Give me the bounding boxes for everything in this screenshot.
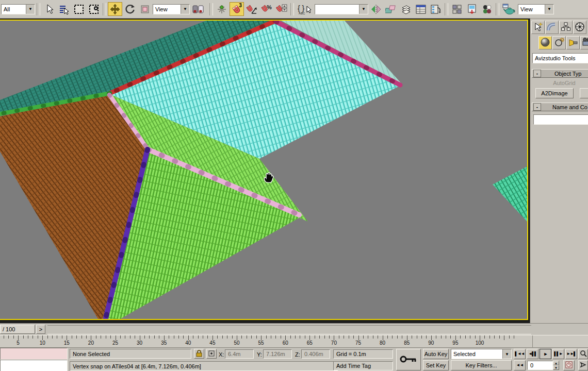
z-coordinate-field[interactable]: 0.406m bbox=[301, 349, 330, 359]
ruler-tick[interactable] bbox=[183, 335, 184, 339]
ruler-tick[interactable] bbox=[499, 335, 500, 339]
material-editor-button[interactable] bbox=[450, 2, 464, 16]
ruler-tick[interactable] bbox=[397, 335, 398, 339]
ruler-tick[interactable] bbox=[295, 335, 296, 339]
ruler-tick[interactable] bbox=[412, 335, 412, 339]
quick-render-button[interactable] bbox=[501, 2, 517, 16]
ruler-tick[interactable] bbox=[120, 335, 121, 339]
previous-frame-button[interactable]: ◄▌▌ bbox=[527, 349, 538, 359]
play-button[interactable]: ► bbox=[540, 349, 551, 359]
ruler-tick[interactable] bbox=[164, 335, 165, 340]
ruler-tick[interactable] bbox=[144, 335, 145, 339]
ruler-tick[interactable] bbox=[198, 335, 199, 339]
select-manipulate-button[interactable] bbox=[215, 2, 229, 16]
ruler-tick[interactable] bbox=[207, 335, 208, 339]
ruler-tick[interactable] bbox=[23, 335, 24, 339]
spinner-snap-button[interactable] bbox=[274, 2, 289, 16]
tab-motion[interactable] bbox=[573, 21, 586, 34]
tab-hierarchy[interactable] bbox=[559, 21, 573, 34]
selection-lock-button[interactable] bbox=[194, 349, 204, 359]
render-setup-button[interactable] bbox=[465, 2, 479, 16]
reference-coordinate-dropdown[interactable]: View ▼ bbox=[153, 4, 190, 14]
ruler-tick[interactable] bbox=[227, 335, 227, 339]
ruler-tick[interactable] bbox=[4, 335, 4, 339]
ruler-tick[interactable] bbox=[261, 335, 262, 340]
ruler-tick[interactable] bbox=[251, 335, 252, 339]
ruler-tick[interactable] bbox=[344, 335, 344, 339]
time-configuration-button[interactable] bbox=[563, 360, 575, 370]
subtab-shapes[interactable] bbox=[552, 36, 566, 49]
ruler-tick[interactable] bbox=[480, 335, 480, 340]
ruler-tick[interactable] bbox=[237, 335, 237, 340]
ruler-tick[interactable] bbox=[62, 335, 62, 339]
ruler-tick[interactable] bbox=[193, 335, 193, 339]
ruler-tick[interactable] bbox=[86, 335, 87, 339]
ruler-tick[interactable] bbox=[349, 335, 349, 339]
ruler-tick[interactable] bbox=[169, 335, 169, 339]
set-key-button[interactable]: Set Key bbox=[423, 360, 449, 370]
mirror-button[interactable] bbox=[369, 2, 383, 16]
ruler-tick[interactable] bbox=[281, 335, 281, 339]
collapse-icon[interactable]: - bbox=[533, 103, 541, 111]
current-frame-field[interactable]: 0 bbox=[527, 361, 553, 370]
maxscript-listener-pink[interactable] bbox=[0, 348, 68, 360]
ruler-tick[interactable] bbox=[285, 335, 286, 340]
ruler-tick[interactable] bbox=[290, 335, 291, 339]
ruler-tick[interactable] bbox=[509, 335, 510, 339]
percent-snap-button[interactable]: % bbox=[259, 2, 274, 16]
ruler-tick[interactable] bbox=[241, 335, 242, 339]
ruler-tick[interactable] bbox=[392, 335, 393, 339]
ruler-tick[interactable] bbox=[76, 335, 77, 339]
ruler-tick[interactable] bbox=[460, 335, 461, 339]
ruler-tick[interactable] bbox=[232, 335, 233, 339]
ruler-tick[interactable] bbox=[315, 335, 315, 339]
ruler-tick[interactable] bbox=[188, 335, 189, 340]
ruler-tick[interactable] bbox=[116, 335, 116, 340]
ruler-tick[interactable] bbox=[8, 335, 9, 339]
ruler-tick[interactable] bbox=[213, 335, 213, 340]
schematic-view-button[interactable] bbox=[429, 2, 443, 16]
select-scale-button[interactable] bbox=[138, 2, 152, 16]
ruler-tick[interactable] bbox=[339, 335, 339, 339]
chevron-down-icon[interactable]: ▼ bbox=[181, 5, 189, 14]
x-coordinate-field[interactable]: 6.4m bbox=[225, 349, 254, 359]
add-time-tag-field[interactable]: Add Time Tag bbox=[333, 361, 393, 370]
ruler-tick[interactable] bbox=[470, 335, 470, 339]
tab-create[interactable] bbox=[531, 21, 545, 34]
select-move-button[interactable] bbox=[108, 2, 122, 16]
ruler-tick[interactable] bbox=[450, 335, 451, 339]
ruler-tick[interactable] bbox=[140, 335, 140, 340]
time-slider-track[interactable] bbox=[47, 325, 531, 334]
tab-modify[interactable] bbox=[545, 21, 559, 34]
selection-filter-dropdown[interactable]: All ▼ bbox=[1, 4, 35, 14]
a2dimage-button[interactable]: A2Dimage bbox=[535, 88, 574, 98]
ruler-tick[interactable] bbox=[504, 335, 504, 340]
ruler-tick[interactable] bbox=[383, 335, 383, 340]
ruler-tick[interactable] bbox=[106, 335, 106, 339]
layer-manager-button[interactable] bbox=[399, 2, 413, 16]
rollout-name-color[interactable]: - Name and Co bbox=[532, 103, 588, 111]
ruler-tick[interactable] bbox=[217, 335, 218, 339]
subtab-lights[interactable] bbox=[566, 36, 580, 49]
ruler-tick[interactable] bbox=[329, 335, 330, 339]
ruler-tick[interactable] bbox=[266, 335, 267, 339]
ruler-tick[interactable] bbox=[407, 335, 407, 340]
track-bar-ruler[interactable]: 5101520253035404550556065707580859095100 bbox=[0, 335, 533, 348]
ruler-tick[interactable] bbox=[426, 335, 427, 339]
chevron-down-icon[interactable]: ▼ bbox=[545, 5, 553, 14]
named-selection-dropdown[interactable]: ▼ bbox=[315, 4, 368, 14]
ruler-tick[interactable] bbox=[436, 335, 436, 339]
ruler-tick[interactable] bbox=[305, 335, 305, 339]
category-dropdown[interactable]: Avizstudio Tools bbox=[532, 53, 588, 63]
ruler-tick[interactable] bbox=[484, 335, 485, 339]
render-view-dropdown[interactable]: View ▼ bbox=[518, 4, 554, 14]
ruler-tick[interactable] bbox=[319, 335, 320, 339]
subtab-geometry[interactable] bbox=[538, 36, 552, 49]
ruler-tick[interactable] bbox=[441, 335, 442, 339]
key-mode-toggle-button[interactable]: ◄◄ bbox=[514, 360, 526, 370]
ruler-tick[interactable] bbox=[13, 335, 14, 339]
ruler-tick[interactable] bbox=[222, 335, 223, 339]
ruler-tick[interactable] bbox=[309, 335, 310, 340]
set-keys-button[interactable] bbox=[396, 349, 421, 370]
spinner-up-icon[interactable]: ▲ bbox=[553, 361, 559, 365]
